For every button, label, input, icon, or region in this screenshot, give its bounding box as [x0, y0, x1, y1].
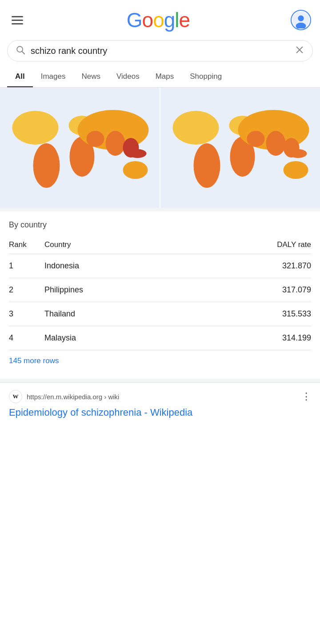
- country-1: Indonesia: [44, 254, 186, 278]
- search-bar-container: schizo rank country: [0, 36, 320, 67]
- daly-1: 321.870: [186, 254, 311, 278]
- svg-point-29: [284, 161, 308, 179]
- logo-o1: o: [142, 8, 153, 32]
- country-3: Thailand: [44, 302, 186, 326]
- svg-point-18: [87, 131, 104, 147]
- table-section: By country Rank Country DALY rate 1 Indo…: [0, 211, 320, 379]
- image-strip[interactable]: [0, 88, 320, 208]
- table-header-row: Rank Country DALY rate: [9, 236, 311, 254]
- daly-3: 315.533: [186, 302, 311, 326]
- search-input[interactable]: schizo rank country: [31, 46, 289, 56]
- table-row[interactable]: 1 Indonesia 321.870: [9, 254, 311, 278]
- world-map-left[interactable]: [0, 88, 160, 208]
- search-tabs: All Images News Videos Maps Shopping: [0, 67, 320, 88]
- clear-search-icon[interactable]: [295, 45, 304, 57]
- svg-point-26: [289, 149, 307, 158]
- col-country: Country: [44, 236, 186, 254]
- wiki-meta: W https://en.m.wikipedia.org › wiki ⋮: [9, 390, 311, 403]
- wikipedia-logo: W: [9, 390, 22, 403]
- section-title: By country: [9, 220, 311, 230]
- country-2: Philippines: [44, 278, 186, 302]
- search-bar[interactable]: schizo rank country: [7, 40, 313, 61]
- world-map-right[interactable]: [160, 88, 320, 208]
- svg-line-4: [22, 51, 24, 54]
- rank-1: 1: [9, 254, 44, 278]
- logo-e: e: [179, 8, 190, 32]
- more-options-icon[interactable]: ⋮: [301, 392, 311, 401]
- table-row[interactable]: 3 Thailand 315.533: [9, 302, 311, 326]
- daly-4: 314.199: [186, 326, 311, 350]
- svg-point-28: [194, 143, 220, 188]
- hamburger-menu-icon[interactable]: [9, 13, 26, 27]
- col-daly: DALY rate: [186, 236, 311, 254]
- header: Google: [0, 0, 320, 36]
- col-rank: Rank: [9, 236, 44, 254]
- svg-point-14: [129, 149, 147, 158]
- wiki-url: https://en.m.wikipedia.org › wiki: [27, 393, 119, 401]
- divider-1: [0, 208, 320, 211]
- divider-2: [0, 379, 320, 382]
- svg-point-12: [106, 131, 125, 156]
- svg-point-24: [266, 131, 286, 156]
- user-avatar[interactable]: [291, 10, 311, 30]
- svg-point-17: [123, 161, 148, 179]
- google-logo: Google: [127, 8, 190, 32]
- svg-point-15: [12, 111, 59, 145]
- svg-point-1: [298, 16, 304, 21]
- rank-2: 2: [9, 278, 44, 302]
- tab-videos[interactable]: Videos: [108, 67, 148, 88]
- tab-news[interactable]: News: [73, 67, 108, 88]
- more-rows-link[interactable]: 145 more rows: [9, 350, 59, 374]
- tab-shopping[interactable]: Shopping: [182, 67, 230, 88]
- logo-l: l: [175, 8, 179, 32]
- wiki-title[interactable]: Epidemiology of schizophrenia - Wikipedi…: [9, 406, 311, 419]
- daly-2: 317.079: [186, 278, 311, 302]
- search-icon: [16, 45, 25, 57]
- rank-4: 4: [9, 326, 44, 350]
- wiki-result: W https://en.m.wikipedia.org › wiki ⋮ Ep…: [0, 382, 320, 426]
- table-row[interactable]: 4 Malaysia 314.199: [9, 326, 311, 350]
- tab-maps[interactable]: Maps: [148, 67, 182, 88]
- svg-point-16: [33, 143, 60, 188]
- svg-point-27: [173, 111, 219, 145]
- tab-all[interactable]: All: [7, 67, 33, 88]
- rankings-table: Rank Country DALY rate 1 Indonesia 321.8…: [9, 236, 311, 350]
- svg-point-30: [247, 131, 265, 147]
- logo-o2: o: [153, 8, 164, 32]
- table-row[interactable]: 2 Philippines 317.079: [9, 278, 311, 302]
- rank-3: 3: [9, 302, 44, 326]
- logo-g2: g: [164, 8, 175, 32]
- logo-g: G: [127, 8, 142, 32]
- wiki-meta-left: W https://en.m.wikipedia.org › wiki: [9, 390, 119, 403]
- country-4: Malaysia: [44, 326, 186, 350]
- tab-images[interactable]: Images: [33, 67, 74, 88]
